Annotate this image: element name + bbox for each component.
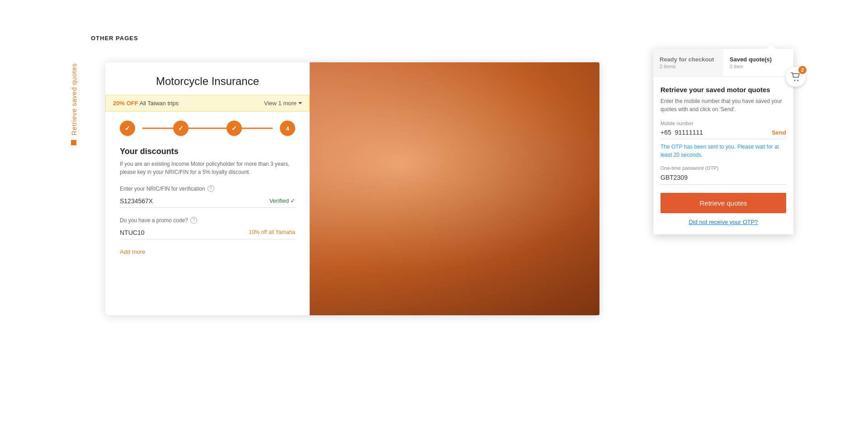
add-more-button[interactable]: Add more — [120, 248, 295, 255]
sidebar-label: Retrieve saved quotes — [70, 63, 78, 145]
tab-ready-for-checkout[interactable]: Ready for checkout 2 items — [653, 49, 723, 76]
mobile-number-input[interactable] — [675, 129, 772, 136]
form-panel: Motorcycle Insurance 20% OFF All Taiwan … — [105, 62, 310, 315]
did-not-receive-otp-link[interactable]: Did not receive your OTP? — [660, 219, 786, 225]
view-more-label: View 1 more — [264, 100, 297, 107]
step-3: ✓ — [226, 121, 242, 136]
tab-saved-title: Saved quote(s) — [730, 56, 787, 63]
otp-input-row — [660, 173, 786, 185]
nric-field-row: Verified ✓ — [120, 195, 295, 208]
country-code: +65 — [660, 129, 671, 136]
nric-label: Enter your NRIC/FIN for verification ? — [120, 185, 295, 192]
progress-line — [142, 128, 273, 129]
verified-badge: Verified ✓ — [269, 197, 295, 204]
nric-help-icon[interactable]: ? — [208, 185, 214, 192]
verified-text: Verified — [269, 197, 289, 204]
step-4-number: 4 — [286, 125, 289, 132]
cart-icon — [791, 72, 801, 81]
chevron-down-icon — [298, 102, 302, 104]
promo-bold: 20% OFF — [113, 100, 138, 107]
otp-sent-message: The OTP has been sent to you. Please wai… — [660, 143, 786, 159]
panel-tabs: Ready for checkout 2 items Saved quote(s… — [653, 49, 793, 77]
panel-arrow — [766, 44, 775, 49]
promo-discount-text: 10% off all Yamaha — [249, 229, 295, 235]
promo-label: Do you have a promo code? ? — [120, 217, 295, 224]
send-button[interactable]: Send — [772, 129, 786, 136]
insurance-title: Motorcycle Insurance — [120, 75, 295, 88]
promo-text: 20% OFF All Taiwan trips — [113, 100, 179, 107]
progress-bar: ✓ ✓ ✓ 4 — [120, 121, 295, 136]
main-container: Motorcycle Insurance 20% OFF All Taiwan … — [105, 62, 599, 315]
step-4: 4 — [280, 121, 295, 136]
page-section-label: OTHER PAGES — [91, 35, 138, 42]
nric-label-text: Enter your NRIC/FIN for verification — [120, 186, 205, 192]
check-icon-2: ✓ — [178, 125, 184, 132]
check-icon-3: ✓ — [231, 125, 237, 132]
panel-content: Retrieve your saved motor quotes Enter t… — [653, 77, 793, 234]
tab-ready-title: Ready for checkout — [660, 56, 717, 63]
tab-ready-count: 2 items — [660, 64, 717, 69]
cart-icon-container[interactable]: 2 — [786, 67, 806, 87]
sidebar-dot — [71, 140, 77, 145]
tab-saved-count: 0 item — [730, 64, 787, 69]
step-2: ✓ — [173, 121, 189, 136]
panel-section-title: Retrieve your saved motor quotes — [660, 86, 786, 93]
otp-input[interactable] — [660, 174, 786, 181]
discounts-desc: If you are an existing Income Motor poli… — [120, 160, 295, 176]
svg-point-0 — [794, 80, 796, 81]
promo-label-text: Do you have a promo code? — [120, 217, 188, 224]
svg-point-1 — [797, 80, 799, 81]
step-1: ✓ — [120, 121, 135, 136]
cart-badge: 2 — [798, 66, 807, 74]
promo-banner: 20% OFF All Taiwan trips View 1 more — [105, 95, 310, 112]
discounts-title: Your discounts — [120, 147, 295, 156]
otp-label: One-time password (OTP) — [660, 165, 786, 171]
sidebar-label-text: Retrieve saved quotes — [70, 63, 78, 136]
promo-field-row: 10% off all Yamaha — [120, 226, 295, 239]
mobile-input-row: +65 Send — [660, 129, 786, 139]
promo-normal: All Taiwan trips — [140, 100, 179, 107]
promo-help-icon[interactable]: ? — [190, 217, 197, 224]
saved-quotes-panel: Ready for checkout 2 items Saved quote(s… — [653, 49, 793, 234]
panel-section-desc: Enter the mobile number that you have sa… — [660, 97, 786, 113]
check-icon: ✓ — [125, 125, 130, 132]
retrieve-quotes-button[interactable]: Retrieve quotes — [660, 193, 786, 213]
check-verified-icon: ✓ — [290, 197, 295, 204]
mobile-label: Mobile number — [660, 121, 786, 126]
tab-saved-quotes[interactable]: Saved quote(s) 0 item — [723, 49, 793, 76]
view-more-button[interactable]: View 1 more — [264, 100, 302, 107]
